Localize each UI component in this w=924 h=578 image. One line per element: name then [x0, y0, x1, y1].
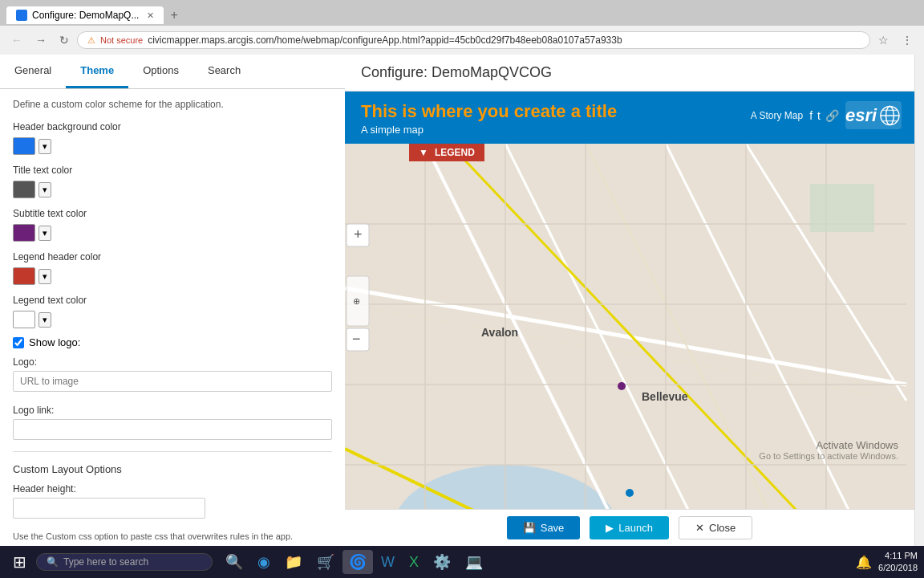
legend-label: LEGEND [435, 147, 475, 158]
browser-toolbar: ☆ ⋮ [873, 31, 918, 50]
taskbar-app-store[interactable]: 🛒 [310, 550, 341, 574]
title-text-color-dropdown[interactable]: ▾ [38, 182, 51, 197]
not-secure-label: Not secure [100, 35, 143, 45]
map-header-right: A Story Map f t 🔗 esri [751, 101, 902, 129]
taskbar-time: 4:11 PM 6/20/2018 [878, 550, 918, 575]
save-label: Save [541, 522, 565, 534]
theme-panel-content: Define a custom color scheme for the app… [0, 89, 345, 546]
tab-close-btn[interactable]: ✕ [147, 10, 154, 21]
taskbar-search[interactable]: 🔍 Type here to search [36, 553, 213, 571]
right-scrollbar[interactable] [914, 55, 924, 546]
header-bg-color-row: ▾ [13, 137, 332, 155]
esri-globe-icon [878, 104, 902, 128]
tab-general[interactable]: General [0, 55, 66, 88]
svg-text:−: − [352, 331, 361, 347]
map-preview-container: Avalon Bellevue Davis Island Ohio River … [345, 144, 914, 509]
browser-controls: ← → ↻ ⚠ Not secure civicmapper.maps.arcg… [0, 26, 924, 55]
show-logo-row: Show logo: [13, 336, 332, 348]
esri-logo: esri [845, 101, 902, 129]
start-button[interactable]: ⊞ [6, 549, 33, 575]
security-icon: ⚠ [87, 35, 95, 46]
map-preview-area: Configure: DemoMapQVCOG This is where yo… [345, 55, 914, 546]
header-height-input[interactable]: 115 [13, 498, 205, 519]
notification-btn[interactable]: 🔔 [856, 555, 872, 570]
extensions-btn[interactable]: ⋮ [897, 31, 918, 50]
show-logo-checkbox[interactable] [13, 337, 24, 348]
map-roads-svg: Avalon Bellevue Davis Island Ohio River … [345, 144, 914, 509]
logo-input[interactable] [13, 371, 332, 392]
svg-point-49 [618, 382, 626, 390]
launch-icon: ▶ [606, 522, 614, 534]
app-wrapper: General Theme Options Search Define a cu… [0, 55, 924, 546]
legend-header-color-row: ▾ [13, 267, 332, 285]
svg-text:Avalon: Avalon [481, 326, 518, 339]
browser-tab-active[interactable]: Configure: DemoMapQ... ✕ [6, 6, 164, 24]
custom-layout-title: Custom Layout Options [13, 463, 332, 475]
close-label: Close [709, 522, 736, 534]
legend-text-color-swatch[interactable] [13, 311, 35, 328]
taskbar-app-settings[interactable]: ⚙️ [427, 550, 457, 574]
legend-bar[interactable]: ▼ LEGEND [409, 144, 484, 161]
story-map-icons: f t 🔗 [809, 109, 839, 122]
taskbar-search-label: Type here to search [63, 556, 148, 568]
back-btn[interactable]: ← [6, 31, 27, 50]
title-text-color-label: Title text color [13, 165, 332, 176]
divider-1 [13, 451, 332, 452]
close-icon: ✕ [695, 522, 704, 534]
header-bg-color-label: Header background color [13, 121, 332, 132]
launch-button[interactable]: ▶ Launch [590, 516, 669, 539]
time-display: 4:11 PM [878, 550, 918, 562]
logo-label: Logo: [13, 356, 332, 368]
subtitle-text-color-dropdown[interactable]: ▾ [38, 226, 51, 241]
svg-text:Bellevue: Bellevue [642, 390, 688, 403]
subtitle-text-color-row: ▾ [13, 224, 332, 242]
svg-rect-28 [810, 184, 874, 232]
legend-text-color-row: ▾ [13, 311, 332, 328]
title-text-color-swatch[interactable] [13, 181, 35, 198]
link-icon: 🔗 [825, 109, 839, 122]
refresh-btn[interactable]: ↻ [55, 31, 74, 50]
theme-desc: Define a custom color scheme for the app… [13, 99, 332, 110]
new-tab-btn[interactable]: + [164, 8, 184, 22]
taskbar-app-explorer[interactable]: 📁 [278, 550, 309, 574]
close-button[interactable]: ✕ Close [679, 516, 752, 539]
config-tab-bar: General Theme Options Search [0, 55, 345, 89]
header-bg-color-dropdown[interactable]: ▾ [38, 139, 51, 154]
header-bg-color-swatch[interactable] [13, 137, 35, 155]
legend-chevron-icon: ▼ [419, 147, 428, 158]
legend-text-color-label: Legend text color [13, 295, 332, 306]
taskbar-app-misc[interactable]: 💻 [459, 550, 489, 574]
legend-header-color-dropdown[interactable]: ▾ [38, 269, 51, 284]
tab-search[interactable]: Search [193, 55, 255, 88]
address-bar[interactable]: ⚠ Not secure civicmapper.maps.arcgis.com… [77, 31, 870, 49]
forward-btn[interactable]: → [30, 31, 51, 50]
show-logo-label[interactable]: Show logo: [29, 336, 80, 348]
taskbar-app-word[interactable]: W [375, 550, 401, 574]
legend-header-color-label: Legend header color [13, 251, 332, 263]
taskbar-app-excel[interactable]: X [403, 550, 425, 574]
legend-header-color-swatch[interactable] [13, 267, 35, 285]
subtitle-text-color-swatch[interactable] [13, 224, 35, 242]
taskbar-app-edge[interactable]: ◉ [251, 550, 277, 574]
save-icon: 💾 [523, 522, 536, 534]
taskbar-apps: 🔍 ◉ 📁 🛒 🌀 W X ⚙️ 💻 [219, 550, 489, 574]
browser-tab-bar: Configure: DemoMapQ... ✕ + [0, 0, 924, 26]
tab-options[interactable]: Options [128, 55, 193, 88]
map-footer: 💾 Save ▶ Launch ✕ Close [345, 509, 914, 546]
url-text: civicmapper.maps.arcgis.com/home/webmap/… [148, 35, 860, 46]
taskbar-app-search[interactable]: 🔍 [219, 550, 249, 574]
custom-css-desc: Use the Custom css option to paste css t… [13, 531, 332, 541]
search-icon: 🔍 [47, 556, 59, 568]
title-text-color-row: ▾ [13, 181, 332, 198]
facebook-icon: f [809, 109, 813, 122]
taskbar: ⊞ 🔍 Type here to search 🔍 ◉ 📁 🛒 🌀 W X ⚙️… [0, 546, 924, 578]
tab-theme[interactable]: Theme [66, 55, 128, 88]
bookmark-btn[interactable]: ☆ [873, 31, 894, 50]
logo-link-label: Logo link: [13, 405, 332, 416]
logo-link-input[interactable]: http://www.esri.com [13, 419, 332, 440]
legend-text-color-dropdown[interactable]: ▾ [38, 312, 51, 328]
configure-header: Configure: DemoMapQVCOG [345, 55, 914, 92]
taskbar-app-chrome[interactable]: 🌀 [342, 550, 373, 574]
esri-logo-text: esri [845, 105, 877, 126]
save-button[interactable]: 💾 Save [507, 516, 581, 539]
